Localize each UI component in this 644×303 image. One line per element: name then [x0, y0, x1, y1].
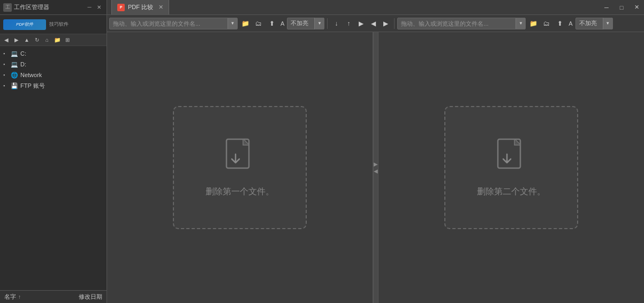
app-logo: PDF软件: [3, 19, 46, 30]
pin-icon[interactable]: ─: [85, 3, 94, 12]
nav-home-icon[interactable]: ⌂: [43, 36, 51, 44]
left-label-a: A: [279, 20, 285, 27]
left-upload-btn[interactable]: ⬆: [266, 18, 278, 29]
pdf-tab-icon: P: [117, 4, 125, 11]
left-drop-icon: [224, 138, 256, 178]
toolbar-sep-2: [394, 18, 395, 29]
right-file-input-wrap[interactable]: ▼: [397, 18, 526, 29]
tree-item-d[interactable]: ▪ 💻 D:: [0, 59, 107, 70]
nav-up-icon[interactable]: ▲: [22, 36, 31, 44]
left-file-input-wrap[interactable]: ▼: [109, 18, 238, 29]
sidebar: PDF软件 技巧软件 ◀ ▶ ▲ ↻ ⌂ 📁 ⊞ ▪ 💻 C: ▪ 💻 D:: [0, 15, 107, 303]
right-upload-btn[interactable]: ⬆: [554, 18, 566, 29]
nav-folder-icon[interactable]: 📁: [53, 36, 62, 44]
toolbar-sep-1: [327, 18, 328, 29]
footer-sort-icon: ↑: [18, 294, 21, 300]
left-select-arrow[interactable]: ▼: [314, 18, 324, 29]
tree-expand-network: ▪: [3, 72, 9, 78]
sidebar-title: 工作区管理器: [14, 3, 49, 11]
app-icon: 工: [3, 3, 12, 12]
nav-forward-icon[interactable]: ▶: [12, 36, 21, 44]
left-file-input[interactable]: [110, 20, 228, 27]
sidebar-logo-area: PDF软件 技巧软件: [0, 15, 107, 34]
drive-c-icon: 💻: [11, 50, 18, 57]
right-file-input[interactable]: [398, 20, 516, 27]
splitter-left-icon: ◀: [374, 169, 378, 174]
tree-label-ftp: FTP 账号: [20, 82, 45, 90]
tree-item-ftp[interactable]: ▪ 💾 FTP 账号: [0, 80, 107, 91]
window-controls: ─ □ ✕: [599, 0, 644, 14]
splitter-right-icon: ▶: [374, 162, 378, 167]
ftp-icon: 💾: [11, 82, 18, 89]
network-icon: 🌐: [11, 71, 18, 79]
sidebar-footer: 名字 ↑ 修改日期: [0, 290, 107, 303]
tree-label-d: D:: [20, 61, 26, 67]
nav-play-btn[interactable]: ▶: [355, 18, 367, 29]
nav-down-btn[interactable]: ↓: [330, 18, 342, 29]
left-drop-zone[interactable]: 删除第一个文件。: [173, 106, 307, 229]
right-drop-text: 删除第二个文件。: [477, 186, 545, 198]
toolbar: ▼ 📁 🗂 ⬆ A 不加亮 ▼ ↓ ↑ ▶ ◀ ▶ ▼: [107, 15, 644, 32]
right-label-a: A: [567, 20, 573, 27]
panel-splitter[interactable]: ▶ ◀: [373, 32, 378, 303]
maximize-button[interactable]: □: [614, 0, 629, 15]
left-select-text: 不加亮: [287, 19, 314, 27]
tree-item-network[interactable]: ▪ 🌐 Network: [0, 70, 107, 80]
tree-expand-ftp: ▪: [3, 83, 9, 88]
nav-up-btn[interactable]: ↑: [343, 18, 354, 29]
tree-label-network: Network: [20, 72, 42, 78]
sidebar-header-area: 工 工作区管理器 ─ ✕: [0, 0, 107, 14]
close-sidebar-icon[interactable]: ✕: [95, 3, 103, 12]
nav-next-btn[interactable]: ▶: [380, 18, 391, 29]
nav-refresh-icon[interactable]: ↻: [33, 36, 41, 44]
right-highlight-select[interactable]: 不加亮 ▼: [575, 18, 613, 29]
left-folder2-btn[interactable]: 🗂: [253, 18, 264, 29]
footer-name-label: 名字: [4, 293, 16, 301]
left-drop-text: 删除第一个文件。: [206, 186, 274, 198]
compare-area: 删除第一个文件。 ▶ ◀: [107, 32, 644, 303]
left-open-folder-btn[interactable]: 📁: [239, 18, 251, 29]
tab-close-btn[interactable]: ✕: [158, 4, 163, 11]
tree-item-c[interactable]: ▪ 💻 C:: [0, 48, 107, 59]
nav-icons-bar: ◀ ▶ ▲ ↻ ⌂ 📁 ⊞: [0, 34, 107, 46]
nav-prev-btn[interactable]: ◀: [367, 18, 379, 29]
minimize-button[interactable]: ─: [599, 0, 614, 15]
footer-name-area[interactable]: 名字 ↑: [4, 293, 21, 301]
drive-d-icon: 💻: [11, 60, 18, 68]
main-layout: PDF软件 技巧软件 ◀ ▶ ▲ ↻ ⌂ 📁 ⊞ ▪ 💻 C: ▪ 💻 D:: [0, 15, 644, 303]
left-input-dropdown-btn[interactable]: ▼: [228, 18, 237, 29]
nav-buttons: ↓ ↑ ▶ ◀ ▶: [330, 18, 391, 29]
tree-expand-c: ▪: [3, 51, 9, 56]
right-folder2-btn[interactable]: 🗂: [541, 18, 552, 29]
right-compare-panel: 删除第二个文件。: [378, 32, 644, 303]
pdf-compare-tab[interactable]: P PDF 比较 ✕: [111, 0, 169, 14]
left-highlight-select[interactable]: 不加亮 ▼: [287, 18, 324, 29]
tab-bar: P PDF 比较 ✕: [107, 0, 599, 14]
right-select-text: 不加亮: [576, 19, 603, 27]
window-close-button[interactable]: ✕: [629, 0, 644, 15]
right-drop-icon: [495, 138, 527, 178]
tree-expand-d: ▪: [3, 62, 9, 67]
nav-grid-icon[interactable]: ⊞: [63, 36, 72, 44]
left-compare-panel: 删除第一个文件。: [107, 32, 373, 303]
right-input-dropdown-btn[interactable]: ▼: [516, 18, 525, 29]
title-bar: 工 工作区管理器 ─ ✕ P PDF 比较 ✕ ─ □ ✕: [0, 0, 644, 15]
right-open-folder-btn[interactable]: 📁: [527, 18, 539, 29]
tree-label-c: C:: [20, 50, 26, 57]
watermark-text: 技巧软件: [49, 21, 69, 28]
content-area: ▼ 📁 🗂 ⬆ A 不加亮 ▼ ↓ ↑ ▶ ◀ ▶ ▼: [107, 15, 644, 303]
nav-back-icon[interactable]: ◀: [2, 36, 11, 44]
footer-date-label: 修改日期: [79, 293, 102, 301]
file-tree: ▪ 💻 C: ▪ 💻 D: ▪ 🌐 Network ▪ 💾 FTP 账号: [0, 46, 107, 290]
right-select-arrow[interactable]: ▼: [603, 18, 612, 29]
tab-label: PDF 比较: [128, 3, 153, 11]
right-drop-zone[interactable]: 删除第二个文件。: [444, 106, 578, 229]
